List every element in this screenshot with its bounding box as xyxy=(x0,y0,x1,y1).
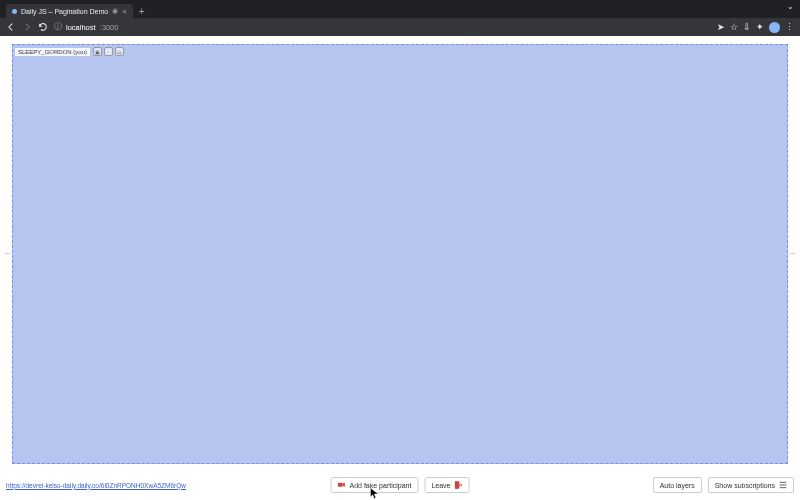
close-tab-icon[interactable]: × xyxy=(122,7,127,16)
window-expand-icon[interactable]: ⌄ xyxy=(787,2,794,11)
bookmark-icon[interactable]: ☆ xyxy=(730,22,738,32)
svg-rect-0 xyxy=(338,483,343,487)
auto-layers-label: Auto layers xyxy=(660,482,695,489)
url-host: localhost xyxy=(66,23,96,32)
participant-name-tag: SLEEPY_GORDON (you) xyxy=(15,48,90,56)
new-tab-button[interactable]: + xyxy=(139,4,145,18)
back-button[interactable] xyxy=(6,22,16,32)
camera-toggle-icon[interactable]: ▣ xyxy=(93,47,102,56)
bottom-bar: https://devrel-kelso-daily.daily.co/6l0Z… xyxy=(0,470,800,500)
tile-controls: ▣ · ▭ xyxy=(93,47,124,56)
browser-chrome: Daily JS – Pagination Demo ◉ × + ⌄ ⓘ loc… xyxy=(0,0,800,36)
leave-label: Leave xyxy=(431,482,450,489)
reload-button[interactable] xyxy=(38,22,48,32)
favicon xyxy=(12,9,17,14)
page-content: ← SLEEPY_GORDON (you) ▣ · ▭ → https://de… xyxy=(0,36,800,500)
right-controls: Auto layers Show subscriptions xyxy=(653,477,794,493)
camera-icon xyxy=(338,481,346,489)
list-icon xyxy=(779,481,787,489)
url-display[interactable]: ⓘ localhost:3000 xyxy=(54,22,711,32)
forward-button[interactable] xyxy=(22,22,32,32)
browser-tab[interactable]: Daily JS – Pagination Demo ◉ × xyxy=(6,4,133,18)
mic-toggle-icon[interactable]: · xyxy=(104,47,113,56)
menu-icon[interactable]: ⋮ xyxy=(785,22,794,32)
toolbar-right: ➤ ☆ ⇩ ✦ ⋮ xyxy=(717,22,794,33)
site-info-icon[interactable]: ⓘ xyxy=(54,22,62,32)
add-fake-label: Add fake participant xyxy=(350,482,412,489)
add-fake-participant-button[interactable]: Add fake participant xyxy=(331,477,419,493)
tab-strip: Daily JS – Pagination Demo ◉ × + ⌄ xyxy=(0,0,800,18)
profile-avatar[interactable] xyxy=(769,22,780,33)
address-bar: ⓘ localhost:3000 ➤ ☆ ⇩ ✦ ⋮ xyxy=(0,18,800,36)
tile-header: SLEEPY_GORDON (you) ▣ · ▭ xyxy=(15,47,124,56)
auto-layers-button[interactable]: Auto layers xyxy=(653,477,702,493)
tab-title: Daily JS – Pagination Demo xyxy=(21,8,108,15)
leave-button[interactable]: Leave xyxy=(424,477,469,493)
page-next-button[interactable]: → xyxy=(786,242,798,262)
video-stage: ← SLEEPY_GORDON (you) ▣ · ▭ → xyxy=(0,36,800,468)
video-tile-local[interactable]: SLEEPY_GORDON (you) ▣ · ▭ xyxy=(12,44,788,464)
share-icon[interactable]: ➤ xyxy=(717,22,725,32)
leave-icon xyxy=(454,481,462,489)
room-url-link[interactable]: https://devrel-kelso-daily.daily.co/6l0Z… xyxy=(6,482,186,489)
download-icon[interactable]: ⇩ xyxy=(743,22,751,32)
extensions-icon[interactable]: ✦ xyxy=(756,22,764,32)
screenshare-toggle-icon[interactable]: ▭ xyxy=(115,47,124,56)
show-subs-label: Show subscriptions xyxy=(715,482,775,489)
url-port: :3000 xyxy=(100,23,119,32)
tab-audio-indicator: ◉ xyxy=(112,7,118,15)
show-subscriptions-button[interactable]: Show subscriptions xyxy=(708,477,794,493)
center-controls: Add fake participant Leave xyxy=(331,477,470,493)
